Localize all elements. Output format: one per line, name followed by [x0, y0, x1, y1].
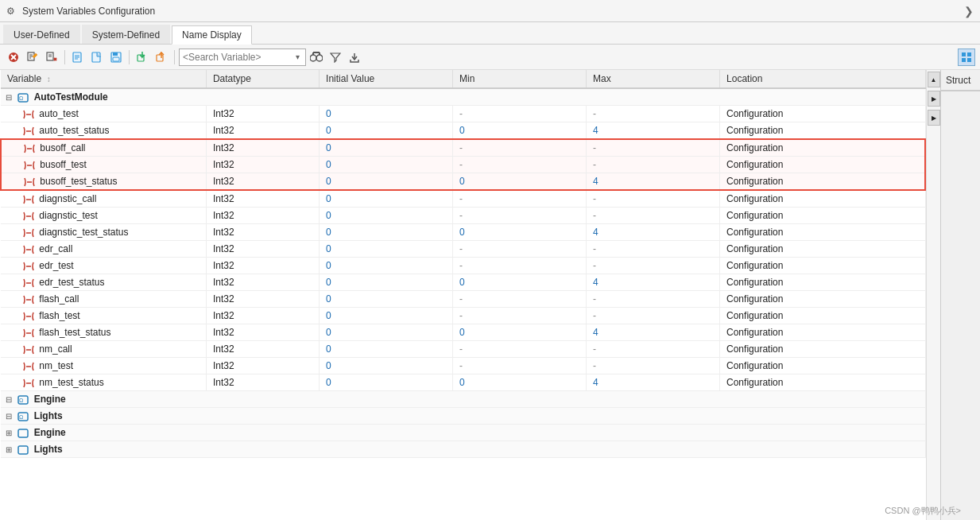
svg-rect-32: [962, 58, 966, 62]
table-row[interactable]: flash_test Int32 0 - - Configuration: [1, 308, 925, 324]
tabs-bar: User-Defined System-Defined Name Display: [0, 22, 980, 45]
tab-name-display[interactable]: Name Display: [172, 25, 252, 45]
svg-point-25: [316, 55, 323, 61]
toolbar-btn-file2[interactable]: [88, 49, 106, 66]
table-row[interactable]: busoff_test Int32 0 - - Configuration: [1, 157, 925, 173]
tab-user-defined[interactable]: User-Defined: [3, 25, 80, 44]
toolbar-btn-remove[interactable]: [43, 49, 60, 66]
svg-rect-16: [92, 52, 100, 62]
app-icon: ⚙: [6, 6, 17, 17]
col-header-max: Max: [587, 70, 720, 88]
svg-rect-58: [18, 446, 28, 454]
svg-rect-22: [157, 55, 163, 61]
right-panel-arrow-up[interactable]: ▲: [928, 72, 940, 87]
toolbar-btn-filter[interactable]: [327, 49, 344, 66]
table-row[interactable]: edr_call Int32 0 - - Configuration: [1, 241, 925, 258]
group-row: ⊟ Ω AutoTestModule: [1, 88, 925, 106]
table-row[interactable]: edr_test Int32 0 - - Configuration: [1, 258, 925, 274]
scroll-area[interactable]: Variable ↕ Datatype Initial Value Min Ma…: [0, 70, 926, 520]
right-panel-arrow-right2[interactable]: ▶: [928, 110, 940, 126]
variables-table: Variable ↕ Datatype Initial Value Min Ma…: [0, 70, 926, 458]
group-row: ⊟ Ω Engine: [1, 391, 925, 408]
svg-rect-30: [962, 52, 966, 56]
right-scroll-panel: ▲ ▶ ▶: [926, 70, 940, 520]
table-header-row: Variable ↕ Datatype Initial Value Min Ma…: [1, 70, 925, 88]
table-row[interactable]: busoff_test_status Int32 0 0 4 Configura…: [1, 173, 925, 191]
table-row[interactable]: nm_test Int32 0 - - Configuration: [1, 358, 925, 374]
table-area: Variable ↕ Datatype Initial Value Min Ma…: [0, 70, 926, 520]
table-row[interactable]: busoff_call Int32 0 - - Configuration: [1, 139, 925, 157]
svg-text:Ω: Ω: [19, 414, 23, 420]
grid-view-btn[interactable]: [958, 49, 975, 66]
table-row[interactable]: diagnstic_test Int32 0 - - Configuration: [1, 208, 925, 224]
table-row[interactable]: diagnstic_call Int32 0 - - Configuration: [1, 190, 925, 208]
toolbar: ▾: [0, 45, 980, 70]
tab-system-defined[interactable]: System-Defined: [82, 25, 170, 44]
expand-icon[interactable]: ⊟: [6, 93, 12, 102]
svg-rect-57: [18, 429, 28, 437]
table-row[interactable]: edr_test_status Int32 0 0 4 Configuratio…: [1, 274, 925, 291]
col-header-location: Location: [720, 70, 925, 88]
separator-2: [129, 50, 130, 64]
table-row[interactable]: auto_test_status Int32 0 0 4 Configurati…: [1, 122, 925, 140]
svg-text:Ω: Ω: [19, 95, 23, 101]
toolbar-btn-save[interactable]: [107, 49, 125, 66]
expand-icon[interactable]: ⊟: [6, 412, 12, 421]
struct-column: Struct: [940, 70, 980, 520]
svg-point-24: [310, 55, 316, 61]
col-header-variable: Variable ↕: [1, 70, 206, 88]
table-body: ⊟ Ω AutoTestModule auto_test Int32 0 - -…: [1, 88, 925, 458]
table-row[interactable]: flash_call Int32 0 - - Configuration: [1, 291, 925, 308]
toolbar-btn-export2[interactable]: [346, 49, 363, 66]
toolbar-btn-edit[interactable]: [24, 49, 41, 66]
title-bar: ⚙ System Variables Configuration ❯: [0, 0, 980, 22]
toolbar-btn-file[interactable]: [69, 49, 87, 66]
svg-rect-18: [113, 52, 118, 56]
svg-rect-31: [967, 52, 971, 56]
main-content: Variable ↕ Datatype Initial Value Min Ma…: [0, 70, 980, 520]
col-header-datatype: Datatype: [206, 70, 319, 88]
table-row[interactable]: diagnstic_test_status Int32 0 0 4 Config…: [1, 224, 925, 241]
group-row: ⊞ Engine: [1, 425, 925, 441]
col-header-min: Min: [453, 70, 587, 88]
group-row: ⊞ Lights: [1, 441, 925, 458]
close-icon[interactable]: ❯: [964, 5, 974, 17]
search-box[interactable]: ▾: [179, 49, 306, 66]
toolbar-btn-import[interactable]: [134, 49, 151, 66]
separator-3: [174, 50, 175, 64]
expand-icon[interactable]: ⊞: [6, 445, 12, 454]
table-row[interactable]: auto_test Int32 0 - - Configuration: [1, 106, 925, 122]
toolbar-btn-delete[interactable]: [5, 49, 22, 66]
struct-header: Struct: [941, 70, 980, 91]
table-row[interactable]: nm_test_status Int32 0 0 4 Configuration: [1, 374, 925, 391]
group-row: ⊟ Ω Lights: [1, 408, 925, 425]
svg-rect-33: [967, 58, 971, 62]
search-dropdown-icon[interactable]: ▾: [296, 52, 300, 61]
expand-icon[interactable]: ⊞: [6, 429, 12, 437]
search-input[interactable]: [183, 52, 294, 63]
svg-text:Ω: Ω: [19, 398, 23, 403]
separator-1: [64, 50, 65, 64]
table-row[interactable]: nm_call Int32 0 - - Configuration: [1, 341, 925, 358]
toolbar-btn-search-binoculars[interactable]: [308, 49, 325, 66]
table-row[interactable]: flash_test_status Int32 0 0 4 Configurat…: [1, 324, 925, 341]
col-header-initial: Initial Value: [320, 70, 453, 88]
right-panel-arrow-right[interactable]: ▶: [928, 91, 940, 107]
toolbar-btn-export[interactable]: [153, 49, 170, 66]
expand-icon[interactable]: ⊟: [6, 395, 12, 404]
window-title: System Variables Configuration: [22, 6, 155, 17]
